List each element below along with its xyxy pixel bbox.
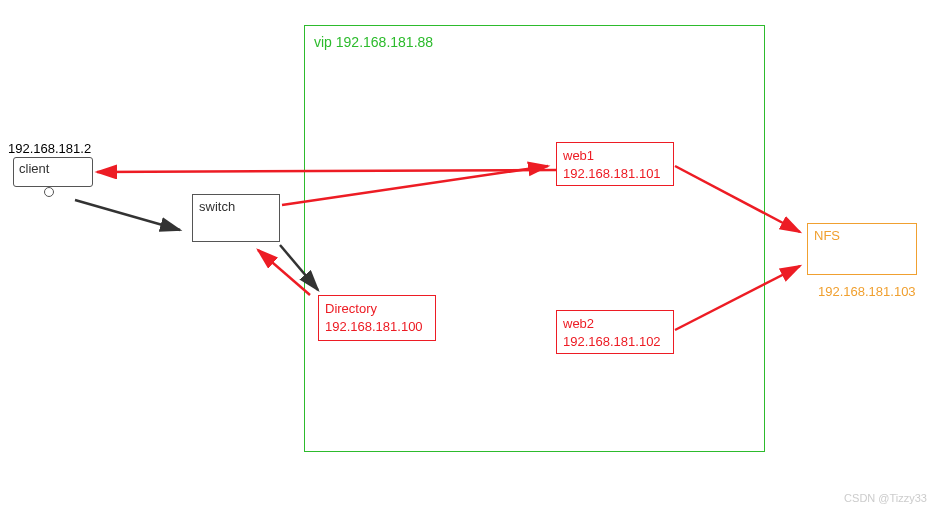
vip-container	[304, 25, 765, 452]
nfs-node: NFS	[807, 223, 917, 275]
web1-label: web1	[563, 147, 667, 165]
switch-label: switch	[199, 199, 235, 214]
web1-ip: 192.168.181.101	[563, 165, 667, 183]
arrow-client-switch	[75, 200, 180, 230]
client-ip-label: 192.168.181.2	[8, 141, 91, 156]
monitor-stand-icon	[44, 187, 54, 197]
watermark: CSDN @Tizzy33	[844, 492, 927, 504]
web2-label: web2	[563, 315, 667, 333]
arrow-directory-switch	[258, 250, 310, 295]
directory-node: Directory 192.168.181.100	[318, 295, 436, 341]
vip-title: vip 192.168.181.88	[314, 34, 433, 50]
nfs-ip-label: 192.168.181.103	[818, 284, 916, 299]
web1-node: web1 192.168.181.101	[556, 142, 674, 186]
client-label: client	[19, 161, 49, 176]
directory-ip: 192.168.181.100	[325, 318, 429, 336]
nfs-label: NFS	[814, 228, 910, 243]
web2-node: web2 192.168.181.102	[556, 310, 674, 354]
web2-ip: 192.168.181.102	[563, 333, 667, 351]
switch-node: switch	[192, 194, 280, 242]
directory-label: Directory	[325, 300, 429, 318]
client-node: client	[13, 157, 93, 187]
